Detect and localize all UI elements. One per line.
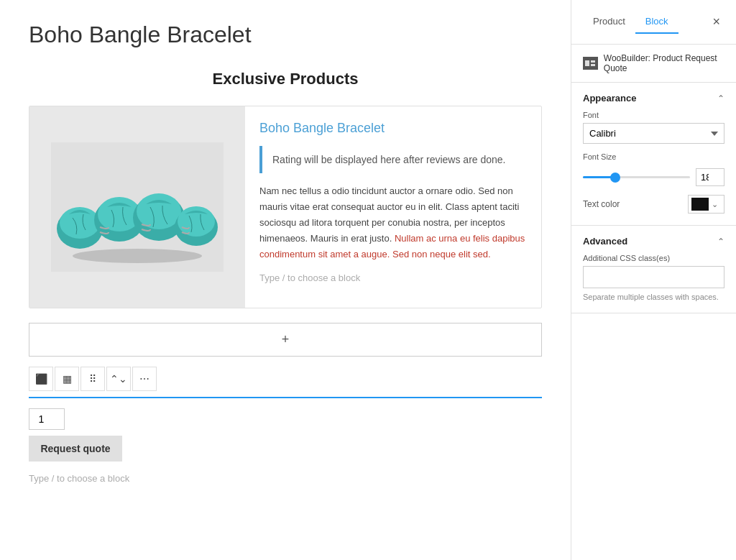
bracelet-illustration — [51, 142, 224, 272]
toolbar-drag-icon[interactable]: ⠿ — [80, 367, 105, 391]
toolbar-grid-icon[interactable]: ▦ — [55, 367, 79, 391]
font-size-slider-wrapper[interactable] — [583, 170, 690, 185]
product-details: Boho Bangle Bracelet Rating will be disp… — [245, 106, 541, 308]
woobuilder-svg-icon — [584, 59, 597, 68]
svg-point-7 — [137, 193, 181, 229]
toolbar-arrows-icon[interactable]: ⌃⌄ — [106, 367, 131, 391]
product-block-hint: Type / to choose a block — [259, 272, 527, 283]
quantity-input[interactable] — [29, 408, 65, 430]
css-class-input[interactable] — [583, 266, 724, 288]
css-hint: Separate multiple classes with spaces. — [583, 293, 724, 301]
product-card: Boho Bangle Bracelet Rating will be disp… — [29, 106, 542, 308]
font-select[interactable]: Calibri Arial Georgia Times New Roman Ve… — [583, 123, 724, 144]
font-size-input[interactable] — [696, 168, 724, 186]
svg-rect-13 — [591, 64, 595, 66]
product-name-link[interactable]: Boho Bangle Bracelet — [259, 121, 527, 136]
toolbar-more-icon[interactable]: ⋯ — [132, 367, 157, 391]
page-title: Boho Bangle Bracelet — [29, 22, 542, 48]
color-chevron-icon: ⌄ — [712, 200, 718, 209]
toolbar-block-icon[interactable]: ⬛ — [29, 367, 53, 391]
css-class-label: Additional CSS class(es) — [583, 254, 724, 262]
font-size-label: Font Size — [583, 152, 724, 161]
woobuilder-label: WooBuilder: Product Request Quote — [604, 53, 724, 73]
svg-rect-12 — [591, 60, 595, 63]
slider-thumb[interactable] — [610, 173, 620, 183]
appearance-body: Font Calibri Arial Georgia Times New Rom… — [571, 111, 736, 225]
svg-rect-11 — [585, 60, 589, 66]
tab-block[interactable]: Block — [635, 10, 678, 34]
advanced-title: Advanced — [583, 236, 627, 247]
add-block-row: + — [29, 323, 542, 357]
section-heading: Exclusive Products — [29, 70, 542, 88]
quantity-row: Request quote — [29, 408, 542, 462]
bottom-type-hint: Type / to choose a block — [29, 473, 542, 484]
color-swatch — [691, 198, 709, 211]
svg-point-1 — [73, 249, 202, 263]
block-toolbar: ⬛ ▦ ⠿ ⌃⌄ ⋯ — [29, 367, 542, 398]
text-color-label: Text color — [583, 199, 620, 209]
rating-text: Rating will be displayed here after revi… — [272, 154, 506, 165]
sidebar: Product Block × WooBuilder: Product Requ… — [571, 0, 736, 560]
appearance-chevron-icon: ⌃ — [717, 93, 724, 104]
advanced-chevron-icon: ⌃ — [717, 237, 724, 247]
sidebar-header: Product Block × — [571, 0, 736, 45]
woobuilder-icon — [583, 57, 598, 70]
main-content: Boho Bangle Bracelet Exclusive Products — [0, 0, 571, 560]
appearance-title: Appearance — [583, 93, 636, 104]
request-quote-button[interactable]: Request quote — [29, 436, 122, 462]
product-description: Nam nec tellus a odio tincidunt auctor a… — [259, 183, 527, 262]
advanced-section: Advanced ⌃ Additional CSS class(es) Sepa… — [571, 226, 736, 313]
font-label: Font — [583, 111, 724, 119]
sidebar-tabs: Product Block — [583, 10, 678, 34]
font-size-row — [583, 168, 724, 186]
tab-product[interactable]: Product — [583, 10, 635, 34]
slider-track — [583, 176, 690, 178]
text-color-row: Text color ⌄ — [583, 195, 724, 214]
appearance-section: Appearance ⌃ Font Calibri Arial Georgia … — [571, 83, 736, 226]
advanced-body: Additional CSS class(es) Separate multip… — [571, 254, 736, 313]
product-image-wrapper — [29, 106, 245, 308]
appearance-section-header[interactable]: Appearance ⌃ — [571, 83, 736, 111]
product-image — [29, 106, 245, 308]
sidebar-close-button[interactable]: × — [708, 13, 724, 31]
rating-block: Rating will be displayed here after revi… — [259, 146, 527, 173]
add-block-button[interactable]: + — [29, 323, 542, 357]
color-swatch-wrapper[interactable]: ⌄ — [688, 195, 724, 214]
advanced-section-header[interactable]: Advanced ⌃ — [571, 226, 736, 254]
woobuilder-row: WooBuilder: Product Request Quote — [571, 45, 736, 83]
